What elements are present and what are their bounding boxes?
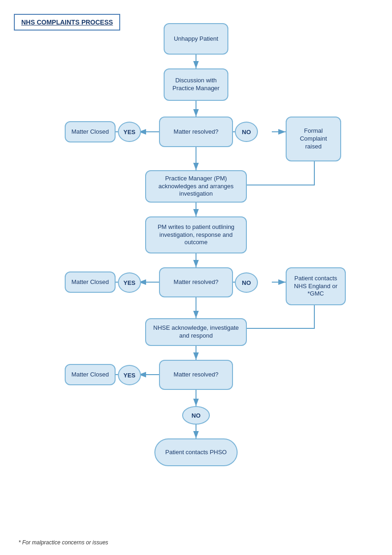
no-oval-2: NO [235,272,258,293]
no-2-label: NO [242,279,251,286]
patient-contacts-phso-label: Patient contacts PHSO [165,449,227,456]
discussion-pm-label: Discussion with Practice Manager [169,77,223,92]
pm-acknowledges-label: Practice Manager (PM) acknowledges and a… [151,175,241,198]
yes-oval-1: YES [118,122,141,142]
no-oval-3: NO [182,406,210,425]
matter-resolved-3-box: Matter resolved? [159,360,233,390]
yes-3-label: YES [123,372,135,379]
footer-note: * For malpractice concerns or issues [18,539,108,546]
nhse-acknowledge-label: NHSE acknowledge, investigate and respon… [151,324,241,340]
matter-resolved-1-box: Matter resolved? [159,117,233,147]
matter-resolved-1-label: Matter resolved? [174,128,219,136]
yes-1-label: YES [123,129,135,136]
formal-complaint-label: Formal Complaint raised [291,127,336,151]
matter-closed-2-label: Matter Closed [72,278,109,286]
pm-acknowledges-box: Practice Manager (PM) acknowledges and a… [145,170,247,203]
matter-closed-1-box: Matter Closed [65,121,116,142]
unhappy-patient-label: Unhappy Patient [174,35,218,43]
pm-writes-label: PM writes to patient outlining investiga… [151,223,241,247]
matter-resolved-3-label: Matter resolved? [174,371,219,379]
matter-closed-3-label: Matter Closed [72,371,109,379]
nhse-acknowledge-box: NHSE acknowledge, investigate and respon… [145,318,247,346]
formal-complaint-box: Formal Complaint raised [286,117,341,161]
matter-closed-2-box: Matter Closed [65,271,116,293]
patient-contacts-nhse-box: Patient contacts NHS England or *GMC [286,267,346,305]
patient-contacts-nhse-label: Patient contacts NHS England or *GMC [291,275,340,298]
no-oval-1: NO [235,122,258,142]
yes-oval-2: YES [118,272,141,293]
diagram-container: NHS COMPLAINTS PROCESS [0,0,392,555]
title-text: NHS COMPLAINTS PROCESS [21,18,113,26]
no-3-label: NO [191,412,201,419]
pm-writes-box: PM writes to patient outlining investiga… [145,216,247,253]
yes-2-label: YES [123,279,135,286]
footer-note-text: * For malpractice concerns or issues [18,539,108,546]
title-box: NHS COMPLAINTS PROCESS [14,14,120,31]
yes-oval-3: YES [118,365,141,385]
discussion-pm-box: Discussion with Practice Manager [164,68,228,101]
matter-resolved-2-label: Matter resolved? [174,278,219,286]
matter-resolved-2-box: Matter resolved? [159,267,233,297]
patient-contacts-phso-box: Patient contacts PHSO [154,438,238,466]
matter-closed-1-label: Matter Closed [72,128,109,136]
no-1-label: NO [242,129,251,136]
matter-closed-3-box: Matter Closed [65,364,116,385]
unhappy-patient-box: Unhappy Patient [164,23,228,55]
